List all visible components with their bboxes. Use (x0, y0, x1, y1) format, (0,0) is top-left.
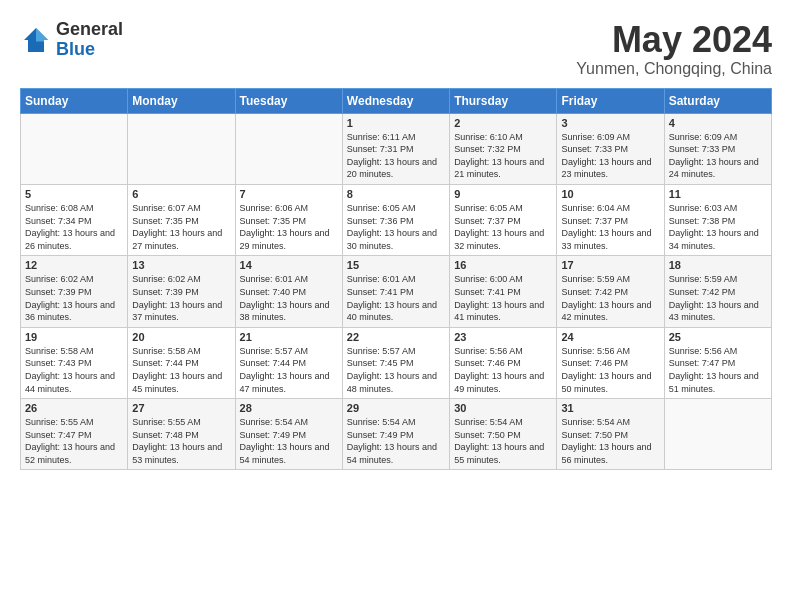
day-number: 30 (454, 402, 552, 414)
page-header: General Blue May 2024 Yunmen, Chongqing,… (20, 20, 772, 78)
day-info: Sunrise: 5:55 AMSunset: 7:47 PMDaylight:… (25, 416, 123, 466)
day-number: 17 (561, 259, 659, 271)
day-info: Sunrise: 5:56 AMSunset: 7:47 PMDaylight:… (669, 345, 767, 395)
calendar-cell: 27Sunrise: 5:55 AMSunset: 7:48 PMDayligh… (128, 399, 235, 470)
logo-text: General Blue (56, 20, 123, 60)
calendar-cell: 3Sunrise: 6:09 AMSunset: 7:33 PMDaylight… (557, 113, 664, 184)
logo-general: General (56, 20, 123, 40)
day-info: Sunrise: 5:54 AMSunset: 7:50 PMDaylight:… (561, 416, 659, 466)
calendar-cell: 29Sunrise: 5:54 AMSunset: 7:49 PMDayligh… (342, 399, 449, 470)
day-number: 5 (25, 188, 123, 200)
calendar-cell: 21Sunrise: 5:57 AMSunset: 7:44 PMDayligh… (235, 327, 342, 398)
calendar-cell (21, 113, 128, 184)
day-info: Sunrise: 6:06 AMSunset: 7:35 PMDaylight:… (240, 202, 338, 252)
weekday-header: Thursday (450, 88, 557, 113)
day-number: 28 (240, 402, 338, 414)
calendar-cell: 25Sunrise: 5:56 AMSunset: 7:47 PMDayligh… (664, 327, 771, 398)
logo: General Blue (20, 20, 123, 60)
calendar-week-row: 1Sunrise: 6:11 AMSunset: 7:31 PMDaylight… (21, 113, 772, 184)
calendar-cell (664, 399, 771, 470)
day-info: Sunrise: 6:04 AMSunset: 7:37 PMDaylight:… (561, 202, 659, 252)
day-info: Sunrise: 5:54 AMSunset: 7:50 PMDaylight:… (454, 416, 552, 466)
weekday-header: Monday (128, 88, 235, 113)
calendar-cell: 8Sunrise: 6:05 AMSunset: 7:36 PMDaylight… (342, 184, 449, 255)
day-number: 1 (347, 117, 445, 129)
logo-blue: Blue (56, 40, 123, 60)
calendar-week-row: 19Sunrise: 5:58 AMSunset: 7:43 PMDayligh… (21, 327, 772, 398)
day-info: Sunrise: 6:05 AMSunset: 7:36 PMDaylight:… (347, 202, 445, 252)
day-info: Sunrise: 5:57 AMSunset: 7:45 PMDaylight:… (347, 345, 445, 395)
calendar-cell: 7Sunrise: 6:06 AMSunset: 7:35 PMDaylight… (235, 184, 342, 255)
calendar-cell: 26Sunrise: 5:55 AMSunset: 7:47 PMDayligh… (21, 399, 128, 470)
day-number: 16 (454, 259, 552, 271)
title-block: May 2024 Yunmen, Chongqing, China (576, 20, 772, 78)
day-number: 14 (240, 259, 338, 271)
day-number: 11 (669, 188, 767, 200)
day-number: 22 (347, 331, 445, 343)
calendar-cell: 31Sunrise: 5:54 AMSunset: 7:50 PMDayligh… (557, 399, 664, 470)
calendar-cell: 28Sunrise: 5:54 AMSunset: 7:49 PMDayligh… (235, 399, 342, 470)
day-number: 29 (347, 402, 445, 414)
day-info: Sunrise: 5:58 AMSunset: 7:44 PMDaylight:… (132, 345, 230, 395)
day-info: Sunrise: 6:05 AMSunset: 7:37 PMDaylight:… (454, 202, 552, 252)
day-info: Sunrise: 6:09 AMSunset: 7:33 PMDaylight:… (669, 131, 767, 181)
day-info: Sunrise: 5:58 AMSunset: 7:43 PMDaylight:… (25, 345, 123, 395)
calendar-cell: 2Sunrise: 6:10 AMSunset: 7:32 PMDaylight… (450, 113, 557, 184)
day-info: Sunrise: 6:01 AMSunset: 7:40 PMDaylight:… (240, 273, 338, 323)
day-info: Sunrise: 5:59 AMSunset: 7:42 PMDaylight:… (669, 273, 767, 323)
day-info: Sunrise: 6:01 AMSunset: 7:41 PMDaylight:… (347, 273, 445, 323)
calendar-cell: 24Sunrise: 5:56 AMSunset: 7:46 PMDayligh… (557, 327, 664, 398)
day-number: 6 (132, 188, 230, 200)
calendar-cell: 19Sunrise: 5:58 AMSunset: 7:43 PMDayligh… (21, 327, 128, 398)
day-number: 31 (561, 402, 659, 414)
day-info: Sunrise: 5:54 AMSunset: 7:49 PMDaylight:… (347, 416, 445, 466)
day-info: Sunrise: 6:09 AMSunset: 7:33 PMDaylight:… (561, 131, 659, 181)
calendar-cell: 23Sunrise: 5:56 AMSunset: 7:46 PMDayligh… (450, 327, 557, 398)
calendar-week-row: 26Sunrise: 5:55 AMSunset: 7:47 PMDayligh… (21, 399, 772, 470)
calendar-cell: 4Sunrise: 6:09 AMSunset: 7:33 PMDaylight… (664, 113, 771, 184)
day-info: Sunrise: 6:07 AMSunset: 7:35 PMDaylight:… (132, 202, 230, 252)
weekday-header: Friday (557, 88, 664, 113)
weekday-header: Sunday (21, 88, 128, 113)
day-number: 8 (347, 188, 445, 200)
day-number: 18 (669, 259, 767, 271)
day-info: Sunrise: 5:59 AMSunset: 7:42 PMDaylight:… (561, 273, 659, 323)
day-number: 9 (454, 188, 552, 200)
day-number: 4 (669, 117, 767, 129)
calendar-cell: 30Sunrise: 5:54 AMSunset: 7:50 PMDayligh… (450, 399, 557, 470)
calendar-cell: 20Sunrise: 5:58 AMSunset: 7:44 PMDayligh… (128, 327, 235, 398)
day-info: Sunrise: 5:54 AMSunset: 7:49 PMDaylight:… (240, 416, 338, 466)
weekday-header-row: SundayMondayTuesdayWednesdayThursdayFrid… (21, 88, 772, 113)
day-number: 10 (561, 188, 659, 200)
day-number: 3 (561, 117, 659, 129)
day-info: Sunrise: 5:55 AMSunset: 7:48 PMDaylight:… (132, 416, 230, 466)
day-number: 25 (669, 331, 767, 343)
svg-marker-1 (36, 28, 48, 42)
calendar-cell: 10Sunrise: 6:04 AMSunset: 7:37 PMDayligh… (557, 184, 664, 255)
day-info: Sunrise: 5:57 AMSunset: 7:44 PMDaylight:… (240, 345, 338, 395)
day-number: 27 (132, 402, 230, 414)
day-number: 20 (132, 331, 230, 343)
day-number: 26 (25, 402, 123, 414)
month-year-title: May 2024 (576, 20, 772, 60)
day-info: Sunrise: 5:56 AMSunset: 7:46 PMDaylight:… (561, 345, 659, 395)
weekday-header: Saturday (664, 88, 771, 113)
day-info: Sunrise: 6:00 AMSunset: 7:41 PMDaylight:… (454, 273, 552, 323)
calendar-cell: 1Sunrise: 6:11 AMSunset: 7:31 PMDaylight… (342, 113, 449, 184)
calendar-cell: 5Sunrise: 6:08 AMSunset: 7:34 PMDaylight… (21, 184, 128, 255)
day-number: 21 (240, 331, 338, 343)
calendar-cell: 18Sunrise: 5:59 AMSunset: 7:42 PMDayligh… (664, 256, 771, 327)
calendar-cell: 17Sunrise: 5:59 AMSunset: 7:42 PMDayligh… (557, 256, 664, 327)
calendar-cell: 22Sunrise: 5:57 AMSunset: 7:45 PMDayligh… (342, 327, 449, 398)
calendar-cell: 9Sunrise: 6:05 AMSunset: 7:37 PMDaylight… (450, 184, 557, 255)
calendar-cell: 15Sunrise: 6:01 AMSunset: 7:41 PMDayligh… (342, 256, 449, 327)
day-info: Sunrise: 6:03 AMSunset: 7:38 PMDaylight:… (669, 202, 767, 252)
day-number: 15 (347, 259, 445, 271)
day-info: Sunrise: 5:56 AMSunset: 7:46 PMDaylight:… (454, 345, 552, 395)
day-info: Sunrise: 6:10 AMSunset: 7:32 PMDaylight:… (454, 131, 552, 181)
day-number: 23 (454, 331, 552, 343)
day-info: Sunrise: 6:02 AMSunset: 7:39 PMDaylight:… (25, 273, 123, 323)
day-info: Sunrise: 6:11 AMSunset: 7:31 PMDaylight:… (347, 131, 445, 181)
calendar-cell: 12Sunrise: 6:02 AMSunset: 7:39 PMDayligh… (21, 256, 128, 327)
logo-icon (20, 24, 52, 56)
